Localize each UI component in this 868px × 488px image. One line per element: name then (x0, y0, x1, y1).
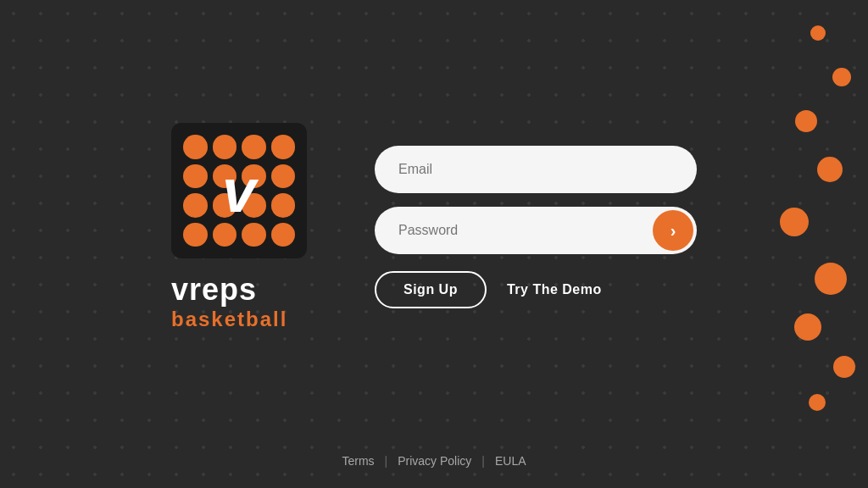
logo-dot (242, 223, 266, 247)
main-content: v vreps basketball › Sign Up Try The Dem… (0, 0, 868, 488)
logo-dot (242, 135, 266, 159)
logo-dot (271, 164, 296, 189)
footer-divider-1: | (385, 454, 388, 468)
logo-dot (183, 223, 208, 247)
footer-divider-2: | (481, 454, 485, 468)
password-row: › (375, 207, 697, 254)
demo-link[interactable]: Try The Demo (507, 282, 602, 297)
footer: Terms | Privacy Policy | EULA (0, 454, 868, 468)
logo-dot (213, 135, 237, 159)
brand-subtitle: basketball (171, 308, 287, 331)
submit-button[interactable]: › (653, 210, 693, 251)
terms-link[interactable]: Terms (342, 454, 374, 468)
chevron-right-icon: › (670, 221, 676, 241)
actions-row: Sign Up Try The Demo (375, 271, 697, 308)
logo-dot (183, 135, 208, 159)
logo-letter: v (222, 160, 256, 221)
email-row (375, 146, 697, 193)
login-form: › Sign Up Try The Demo (375, 146, 697, 308)
password-input[interactable] (375, 207, 697, 254)
logo-dot (271, 223, 296, 247)
logo-section: v vreps basketball (171, 123, 307, 331)
logo-dot (271, 135, 296, 159)
logo-dot (183, 193, 208, 218)
logo-dot (213, 223, 237, 247)
brand-name: vreps (171, 272, 257, 308)
privacy-link[interactable]: Privacy Policy (398, 454, 471, 468)
signup-button[interactable]: Sign Up (375, 271, 487, 308)
logo-dot (183, 164, 208, 189)
logo-dot (271, 193, 296, 218)
email-input[interactable] (375, 146, 697, 193)
logo-grid: v (171, 123, 307, 258)
eula-link[interactable]: EULA (495, 454, 526, 468)
